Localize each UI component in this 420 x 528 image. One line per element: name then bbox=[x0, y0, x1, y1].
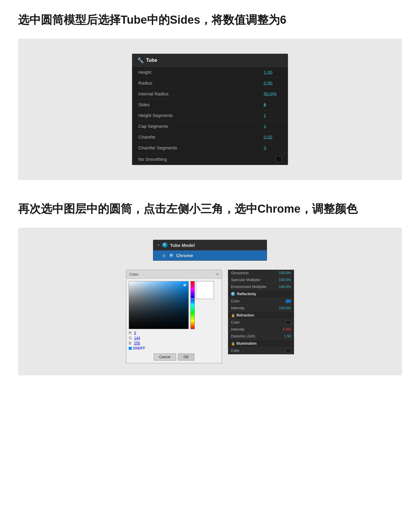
mat-row-distortion: Distortion (IoR) 1.50 bbox=[228, 333, 294, 340]
tube-panel: 🔧 Tube Height 1.00 Radius 0.50 Internal … bbox=[132, 54, 288, 165]
r-row: R: 0 bbox=[129, 331, 219, 335]
mat-value-distortion[interactable]: 1.50 bbox=[284, 334, 291, 338]
material-panel: Glossiness 100.0% Specular Multiplier 10… bbox=[228, 270, 294, 354]
tube-value-chamfer-segments[interactable]: 3 bbox=[264, 145, 282, 150]
mat-label-refraction-color: Color bbox=[231, 320, 240, 325]
color-area-row bbox=[129, 281, 219, 329]
ok-button[interactable]: OK bbox=[178, 353, 194, 361]
color-preview bbox=[196, 281, 214, 299]
illumination-title: Illumination bbox=[236, 341, 256, 346]
reflectivity-icon bbox=[231, 292, 235, 296]
g-row: G: 144 bbox=[129, 336, 219, 340]
refraction-color-swatch[interactable] bbox=[286, 321, 291, 324]
mat-label-glossiness: Glossiness bbox=[231, 271, 249, 275]
mat-label-reflectivity-color: Color bbox=[231, 299, 240, 303]
refraction-icon: 🔒 bbox=[231, 314, 235, 317]
mat-label-refraction-intensity: Intensity bbox=[231, 327, 244, 332]
minus-icon: ⊖ bbox=[162, 253, 166, 258]
hex-value[interactable]: 0090FF bbox=[133, 346, 145, 350]
tube-value-internal-radius[interactable]: 50.0% bbox=[264, 91, 282, 96]
chrome-row[interactable]: ⊖ Chrome bbox=[153, 250, 267, 260]
tube-label-cap-segments: Cap Segments bbox=[138, 124, 264, 129]
illumination-section-header: 🔒 Illumination bbox=[228, 340, 294, 347]
tube-row-cap-segments: Cap Segments 1 bbox=[132, 121, 288, 132]
tube-label-sides: Sides bbox=[138, 102, 264, 107]
tube-model-label: Tube Model bbox=[170, 243, 195, 248]
tube-value-height-segments[interactable]: 1 bbox=[264, 113, 282, 118]
sphere-icon bbox=[162, 242, 168, 248]
r-label: R: bbox=[129, 331, 133, 335]
tube-value-cap-segments[interactable]: 1 bbox=[264, 124, 282, 129]
refraction-title: Refraction bbox=[236, 313, 254, 317]
cancel-button[interactable]: Cancel bbox=[154, 353, 176, 361]
mat-label-environment: Environment Multiplier bbox=[231, 285, 267, 289]
tube-model-row[interactable]: ▼ Tube Model bbox=[153, 240, 267, 250]
color-gradient-square[interactable] bbox=[129, 281, 189, 329]
picker-buttons: Cancel OK bbox=[129, 353, 219, 361]
g-value[interactable]: 144 bbox=[134, 336, 140, 340]
tube-panel-header: 🔧 Tube bbox=[132, 54, 288, 67]
tube-label-internal-radius: Internal Radius bbox=[138, 91, 264, 96]
tube-value-sides[interactable]: 6 bbox=[264, 102, 282, 107]
mat-value-environment[interactable]: 100.0% bbox=[279, 285, 291, 289]
reflectivity-color-swatch[interactable] bbox=[286, 299, 291, 303]
refraction-section-header: 🔒 Refraction bbox=[228, 312, 294, 319]
hue-bar[interactable] bbox=[190, 281, 195, 329]
wrench-icon: 🔧 bbox=[137, 57, 144, 64]
color-picker-panel: Color × bbox=[126, 270, 222, 363]
mat-row-specular: Specular Multiplier 100.0% bbox=[228, 277, 294, 284]
chrome-label: Chrome bbox=[176, 253, 193, 258]
b-row: B: 255 bbox=[129, 341, 219, 345]
tube-row-height: Height 1.00 bbox=[132, 67, 288, 78]
mat-row-refraction-intensity: Intensity 0.0% bbox=[228, 326, 294, 333]
tube-row-no-smoothing: No Smoothing bbox=[132, 153, 288, 165]
no-smoothing-swatch[interactable] bbox=[276, 156, 282, 162]
bottom-row: Color × bbox=[27, 270, 393, 363]
section2-screenshot: ▼ Tube Model ⊖ Chrome Color × bbox=[18, 228, 402, 375]
layer-panel: ▼ Tube Model ⊖ Chrome bbox=[153, 240, 267, 261]
close-icon[interactable]: × bbox=[216, 272, 219, 277]
mat-value-refraction-intensity[interactable]: 0.0% bbox=[283, 327, 291, 332]
mat-row-glossiness: Glossiness 100.0% bbox=[228, 270, 294, 277]
reflectivity-title: Reflectivity bbox=[237, 292, 256, 296]
tube-row-radius: Radius 0.50 bbox=[132, 78, 288, 88]
hex-color-dot bbox=[129, 347, 132, 350]
tube-row-height-segments: Height Segments 1 bbox=[132, 110, 288, 121]
tube-value-chamfer[interactable]: 0.02 bbox=[264, 134, 282, 140]
color-picker-header: Color × bbox=[126, 270, 222, 279]
mat-value-glossiness[interactable]: 100.0% bbox=[279, 271, 291, 275]
tube-value-radius[interactable]: 0.50 bbox=[264, 80, 282, 86]
mat-row-environment: Environment Multiplier 100.0% bbox=[228, 284, 294, 290]
mat-row-refraction-color: Color bbox=[228, 319, 294, 326]
mat-label-illumination-color: Color bbox=[231, 349, 240, 353]
b-value[interactable]: 255 bbox=[134, 341, 140, 345]
mat-label-specular: Specular Multiplier bbox=[231, 278, 261, 282]
tube-row-internal-radius: Internal Radius 50.0% bbox=[132, 88, 288, 99]
g-label: G: bbox=[129, 336, 133, 340]
hex-row: 0090FF bbox=[129, 346, 219, 350]
mat-value-reflectivity-intensity[interactable]: 100.0% bbox=[279, 306, 291, 310]
tube-label-height: Height bbox=[138, 70, 264, 75]
chrome-dot-icon bbox=[170, 254, 174, 258]
r-value[interactable]: 0 bbox=[134, 331, 136, 335]
mat-value-specular[interactable]: 100.0% bbox=[279, 278, 291, 282]
illumination-color-swatch[interactable] bbox=[286, 349, 291, 352]
mat-label-distortion: Distortion (IoR) bbox=[231, 334, 255, 338]
reflectivity-section-header: Reflectivity bbox=[228, 290, 294, 298]
mat-row-reflectivity-color: Color bbox=[228, 298, 294, 305]
tube-row-chamfer: Chamfer 0.02 bbox=[132, 132, 288, 142]
tube-value-height[interactable]: 1.00 bbox=[264, 70, 282, 75]
tube-label-height-segments: Height Segments bbox=[138, 113, 264, 118]
section1-screenshot: 🔧 Tube Height 1.00 Radius 0.50 Internal … bbox=[18, 39, 402, 180]
triangle-icon: ▼ bbox=[157, 244, 160, 247]
illumination-icon: 🔒 bbox=[231, 342, 235, 345]
tube-label-chamfer-segments: Chamfer Segments bbox=[138, 145, 264, 150]
section1-title: 选中圆筒模型后选择Tube中的Sides，将数值调整为6 bbox=[18, 12, 402, 28]
tube-label-chamfer: Chamfer bbox=[138, 134, 264, 140]
color-picker-title: Color bbox=[129, 272, 139, 277]
tube-row-sides: Sides 6 bbox=[132, 99, 288, 110]
tube-label-radius: Radius bbox=[138, 80, 264, 86]
color-picker-body: R: 0 G: 144 B: 255 0090FF bbox=[126, 279, 222, 363]
tube-row-chamfer-segments: Chamfer Segments 3 bbox=[132, 142, 288, 153]
b-label: B: bbox=[129, 341, 133, 345]
